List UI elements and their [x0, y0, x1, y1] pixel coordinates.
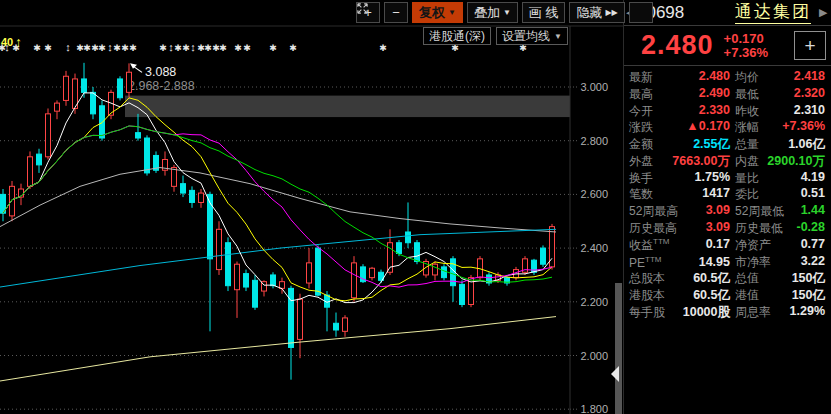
- price-block: 2.480 +0.170 +7.36% +: [624, 26, 831, 66]
- stat-label: 换手: [629, 170, 653, 187]
- long-ma-lines: [0, 168, 556, 381]
- stat-value: 3.09: [678, 203, 730, 220]
- event-marker-icon: ✱: [289, 43, 297, 53]
- chart-panel: 2.968-2.8883.0002.8002.6002.4002.2002.00…: [0, 0, 623, 414]
- event-marker-icon: ↕: [107, 41, 113, 53]
- stat-value: 0.51: [759, 186, 825, 203]
- stat-label: 金额: [629, 136, 653, 153]
- svg-text:↑: ↑: [15, 34, 22, 50]
- event-marker-icon: ✱: [243, 43, 251, 53]
- stat-label: PETTM: [629, 255, 661, 270]
- event-marker-icon: ✱: [113, 43, 121, 53]
- stat-label: 内盘: [735, 153, 759, 170]
- price-change: +0.170: [724, 32, 768, 46]
- stat-value: -0.28: [783, 220, 825, 237]
- overlay-button[interactable]: 叠加 ▼: [467, 2, 518, 23]
- event-marker-icon: ✱: [174, 43, 182, 53]
- ma-lines: [3, 93, 552, 303]
- candlestick-chart[interactable]: 2.968-2.8883.0002.8002.6002.4002.2002.00…: [0, 0, 623, 414]
- chart-toolbar: + − 复权 ▼ 叠加 ▼ 画 线 隐藏 ▶▶: [356, 2, 653, 23]
- app-window: 2.968-2.8883.0002.8002.6002.4002.2002.00…: [0, 0, 831, 414]
- svg-text:1.800: 1.800: [580, 403, 608, 414]
- stat-value: 14.95: [661, 255, 730, 270]
- stat-label: 昨收: [735, 103, 759, 120]
- stat-value: 150亿: [759, 270, 825, 287]
- stat-label: 52周最高: [629, 203, 678, 220]
- stat-value: 2.418: [759, 69, 825, 86]
- stat-value: 150亿: [759, 287, 825, 304]
- stat-label: 总值: [735, 270, 759, 287]
- collapse-panel-handle[interactable]: [611, 366, 619, 382]
- stock-header: ◀ 00698 通达集团 ▶: [624, 0, 831, 26]
- stat-value: 0.17: [669, 237, 730, 254]
- fullscreen-button[interactable]: [629, 2, 653, 23]
- stat-value: 2900.10万: [759, 153, 825, 170]
- stat-value: 7663.00万: [653, 153, 730, 170]
- ma-line-ma30: [3, 126, 552, 282]
- price-change-pct: +7.36%: [724, 46, 768, 60]
- chevron-down-icon: ▼: [554, 32, 562, 41]
- stat-label: 周息率: [735, 304, 771, 321]
- stats-grid: 最新2.480均价2.418最高2.490最低2.320今开2.330昨收2.3…: [624, 66, 831, 321]
- stat-value: +7.36%: [759, 119, 825, 136]
- stat-value: 1.29%: [771, 304, 825, 321]
- stat-row: 换手1.75%量比4.19: [629, 170, 825, 187]
- stat-row: 每手股10000股周息率1.29%: [629, 304, 825, 321]
- event-marker-icon: ↕: [168, 41, 174, 53]
- chart-subtoolbar: 港股通(深) 设置均线 ▼: [423, 27, 568, 45]
- hk-connect-button[interactable]: 港股通(深): [423, 27, 491, 45]
- stat-value: 0.77: [771, 237, 825, 254]
- stat-label: 涨跌: [629, 119, 653, 136]
- stat-row: 收益TTM0.17净资产0.77: [629, 237, 825, 254]
- stat-label: 历史最低: [735, 220, 783, 237]
- scrollbar-thumb[interactable]: [615, 283, 622, 414]
- stat-label: 收益TTM: [629, 237, 669, 254]
- stat-label: 外盘: [629, 153, 653, 170]
- ma-settings-label: 设置均线: [502, 28, 550, 45]
- next-stock-arrow[interactable]: ▶: [819, 6, 829, 19]
- zoom-out-button[interactable]: −: [384, 2, 408, 23]
- corner-label: 40↑: [1, 34, 22, 50]
- double-arrow-right-icon: ▶▶: [605, 8, 617, 17]
- event-marker-icon: ✱: [269, 43, 277, 53]
- stat-row: 涨跌▲0.170涨幅+7.36%: [629, 119, 825, 136]
- event-marker-icon: ✱: [219, 43, 227, 53]
- stat-value: 2.330: [653, 103, 730, 120]
- event-marker-icon: ✱: [182, 43, 190, 53]
- svg-text:2.600: 2.600: [580, 188, 608, 200]
- stat-label: 最低: [735, 86, 759, 103]
- svg-text:2.400: 2.400: [580, 242, 608, 254]
- adjust-price-button[interactable]: 复权 ▼: [412, 2, 463, 23]
- last-price: 2.480: [641, 30, 714, 61]
- stat-label: 总量: [735, 136, 759, 153]
- stat-row: 最高2.490最低2.320: [629, 86, 825, 103]
- ma-line-ma250: [0, 317, 556, 381]
- event-marker-icon: ✱: [121, 43, 129, 53]
- hide-button[interactable]: 隐藏 ▶▶: [569, 2, 624, 23]
- event-marker-icon: ✱: [33, 43, 41, 53]
- stat-value: 3.22: [771, 254, 825, 271]
- stat-label: 涨幅: [735, 119, 759, 136]
- stat-value: 1417: [653, 186, 730, 203]
- event-marker-icon: ✱: [234, 43, 242, 53]
- stat-value: 10000股: [665, 304, 730, 321]
- stat-label: 市净率: [735, 254, 771, 271]
- stat-label: 净资产: [735, 237, 771, 254]
- svg-text:3.000: 3.000: [580, 81, 608, 93]
- svg-text:2.000: 2.000: [580, 350, 608, 362]
- adjust-price-label: 复权: [419, 4, 445, 22]
- stock-name: 通达集团: [735, 1, 811, 24]
- stat-value: 60.5亿: [665, 270, 730, 287]
- add-to-watchlist-button[interactable]: +: [794, 31, 826, 60]
- event-marker-icon: ✱: [159, 43, 167, 53]
- overlay-label: 叠加: [474, 4, 500, 22]
- svg-text:40: 40: [1, 36, 13, 48]
- stat-value: 1.06亿: [759, 136, 825, 153]
- ma-settings-button[interactable]: 设置均线 ▼: [496, 27, 568, 45]
- event-marker-icon: ✱: [83, 43, 91, 53]
- stat-label: 最新: [629, 69, 653, 86]
- draw-line-button[interactable]: 画 线: [522, 2, 566, 23]
- chevron-down-icon: ▼: [448, 8, 456, 17]
- stat-row: 今开2.330昨收2.310: [629, 103, 825, 120]
- quote-panel: ◀ 00698 通达集团 ▶ 2.480 +0.170 +7.36% + 最新2…: [623, 0, 831, 414]
